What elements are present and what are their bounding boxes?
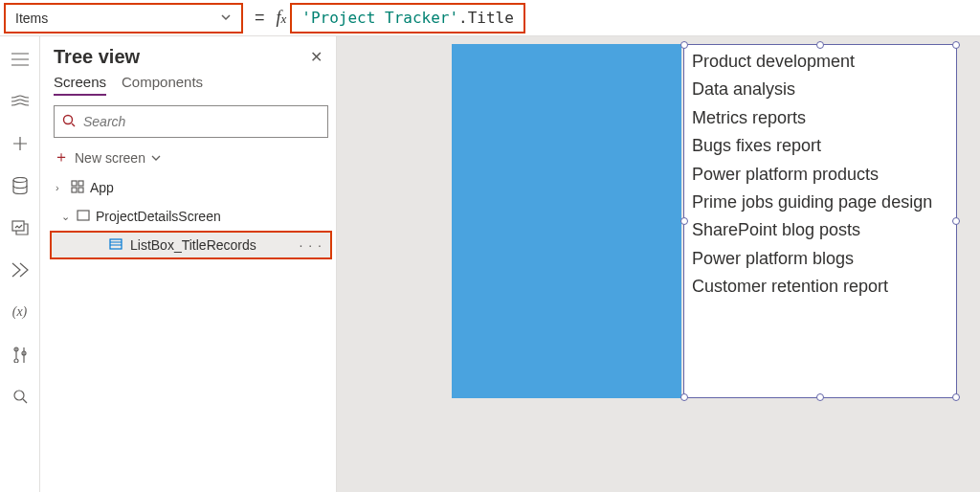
list-item[interactable]: Bugs fixes report (692, 135, 948, 157)
tree-node-label: ListBox_TitleRecords (130, 237, 256, 253)
main-area: (x) Tree view ✕ Screens Components ＋ New… (0, 36, 980, 492)
tree-view-icon[interactable] (11, 92, 30, 111)
new-screen-label: New screen (75, 150, 145, 166)
tree-search[interactable] (54, 105, 328, 138)
tree-tabs: Screens Components (54, 74, 328, 96)
search-icon[interactable] (11, 387, 30, 406)
canvas[interactable]: Product development Data analysis Metric… (337, 36, 980, 492)
fx-icon[interactable]: fx (277, 8, 291, 28)
svg-point-4 (14, 391, 24, 400)
close-icon[interactable]: ✕ (310, 48, 323, 66)
svg-rect-11 (110, 239, 122, 249)
collapse-icon[interactable]: ⌄ (61, 211, 71, 223)
plus-icon: ＋ (54, 147, 69, 168)
listbox-items: Product development Data analysis Metric… (684, 45, 956, 304)
svg-rect-9 (78, 188, 83, 192)
formula-token-source: 'Project Tracker' (301, 9, 458, 27)
list-item[interactable]: Data analysis (692, 78, 948, 101)
app-icon (71, 180, 84, 196)
chevron-down-icon (220, 11, 232, 26)
property-selector[interactable]: Items (4, 3, 243, 34)
equals-label: = (243, 8, 277, 28)
more-icon[interactable]: · · · (300, 237, 323, 253)
listbox-control[interactable]: Product development Data analysis Metric… (683, 44, 957, 398)
tab-components[interactable]: Components (122, 74, 203, 96)
screen-icon (77, 209, 90, 224)
formula-bar-empty[interactable] (525, 0, 980, 36)
tree-node-label: ProjectDetailsScreen (96, 209, 221, 224)
tree-search-input[interactable] (83, 114, 320, 129)
tree-node-label: App (90, 180, 114, 195)
expand-icon[interactable]: › (56, 182, 65, 193)
listbox-icon (109, 237, 122, 253)
screen-background (452, 44, 681, 398)
tab-screens[interactable]: Screens (54, 74, 106, 96)
chevron-down-icon (151, 150, 161, 166)
formula-bar: Items = fx 'Project Tracker'.Title (0, 0, 980, 36)
formula-input[interactable]: 'Project Tracker'.Title (290, 3, 525, 34)
insert-icon[interactable] (11, 134, 30, 153)
list-item[interactable]: Product development (692, 51, 948, 73)
tree-list: › App ⌄ ProjectDetailsScreen ListBox_Tit… (54, 173, 328, 259)
resize-handle[interactable] (952, 393, 960, 401)
left-rail: (x) (0, 36, 40, 492)
tree-title: Tree view (54, 46, 140, 68)
svg-point-5 (64, 115, 73, 123)
tree-panel: Tree view ✕ Screens Components ＋ New scr… (40, 36, 337, 492)
variables-icon[interactable]: (x) (11, 302, 30, 322)
resize-handle[interactable] (680, 217, 688, 225)
media-icon[interactable] (11, 218, 30, 237)
list-item[interactable]: SharePoint blog posts (692, 219, 948, 241)
new-screen-button[interactable]: ＋ New screen (54, 147, 328, 168)
svg-rect-10 (78, 211, 89, 220)
formula-token-member: .Title (458, 9, 514, 27)
list-item[interactable]: Metrics reports (692, 107, 948, 129)
svg-rect-6 (72, 181, 77, 186)
power-automate-icon[interactable] (11, 260, 30, 280)
hamburger-icon[interactable] (11, 50, 30, 69)
resize-handle[interactable] (680, 393, 688, 401)
resize-handle[interactable] (680, 41, 688, 49)
resize-handle[interactable] (952, 217, 960, 225)
property-selected-value: Items (15, 11, 48, 26)
list-item[interactable]: Customer retention report (692, 276, 948, 298)
tree-node-screen[interactable]: ⌄ ProjectDetailsScreen (54, 202, 328, 231)
resize-handle[interactable] (816, 393, 824, 401)
svg-rect-7 (78, 181, 83, 186)
resize-handle[interactable] (952, 41, 960, 49)
resize-handle[interactable] (816, 41, 824, 49)
svg-rect-1 (12, 221, 24, 231)
list-item[interactable]: Power platform products (692, 164, 948, 186)
list-item[interactable]: Prime jobs guiding page design (692, 191, 948, 213)
list-item[interactable]: Power platform blogs (692, 248, 948, 270)
tree-node-listbox[interactable]: ListBox_TitleRecords · · · (50, 231, 332, 259)
svg-rect-8 (72, 188, 77, 192)
data-icon[interactable] (11, 176, 30, 195)
search-icon (62, 114, 76, 130)
tools-icon[interactable] (11, 345, 30, 364)
tree-node-app[interactable]: › App (54, 173, 328, 202)
svg-point-0 (13, 178, 27, 183)
